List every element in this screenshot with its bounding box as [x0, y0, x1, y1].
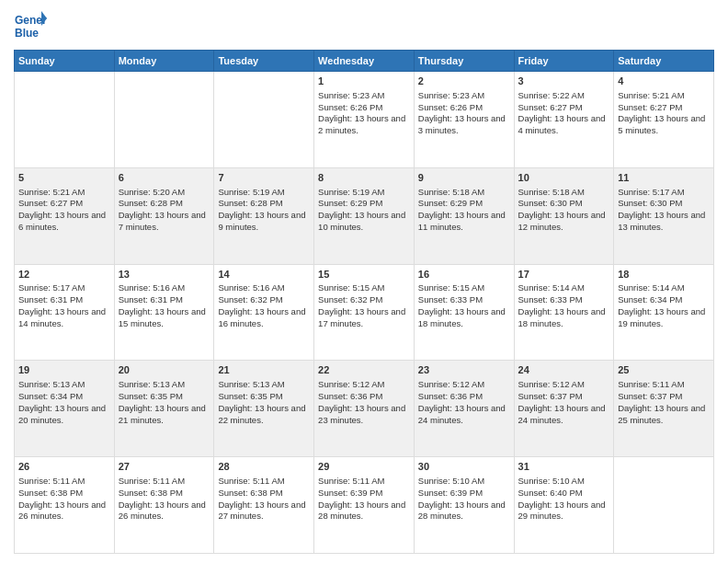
daylight: Daylight: 13 hours and 5 minutes.	[618, 113, 705, 135]
daylight: Daylight: 13 hours and 22 minutes.	[218, 403, 305, 425]
sunrise: Sunrise: 5:22 AM	[518, 90, 585, 100]
day-number: 6	[119, 171, 210, 185]
daylight: Daylight: 13 hours and 28 minutes.	[318, 500, 405, 522]
calendar-table: SundayMondayTuesdayWednesdayThursdayFrid…	[14, 50, 714, 554]
daylight: Daylight: 13 hours and 10 minutes.	[318, 210, 405, 232]
sunset: Sunset: 6:40 PM	[518, 488, 583, 498]
page: General Blue SundayMondayTuesdayWednesda…	[0, 0, 728, 563]
calendar-week-3: 12Sunrise: 5:17 AMSunset: 6:31 PMDayligh…	[15, 264, 714, 361]
daylight: Daylight: 13 hours and 17 minutes.	[318, 306, 405, 328]
calendar-cell: 20Sunrise: 5:13 AMSunset: 6:35 PMDayligh…	[114, 361, 214, 457]
calendar-cell: 7Sunrise: 5:19 AMSunset: 6:28 PMDaylight…	[214, 167, 314, 264]
sunset: Sunset: 6:26 PM	[318, 102, 382, 112]
day-number: 1	[318, 75, 410, 88]
sunset: Sunset: 6:33 PM	[518, 294, 583, 304]
calendar-cell: 23Sunrise: 5:12 AMSunset: 6:36 PMDayligh…	[414, 361, 514, 457]
day-number: 9	[418, 171, 510, 185]
sunrise: Sunrise: 5:14 AM	[518, 282, 585, 293]
sunrise: Sunrise: 5:11 AM	[218, 476, 284, 486]
sunset: Sunset: 6:39 PM	[418, 488, 483, 498]
sunrise: Sunrise: 5:19 AM	[318, 187, 384, 197]
sunrise: Sunrise: 5:13 AM	[218, 379, 284, 389]
daylight: Daylight: 13 hours and 19 minutes.	[618, 306, 705, 328]
calendar-cell: 1Sunrise: 5:23 AMSunset: 6:26 PMDaylight…	[314, 72, 415, 168]
sunrise: Sunrise: 5:12 AM	[518, 379, 585, 389]
day-number: 22	[318, 363, 410, 377]
daylight: Daylight: 13 hours and 9 minutes.	[218, 210, 305, 232]
calendar-cell: 12Sunrise: 5:17 AMSunset: 6:31 PMDayligh…	[15, 264, 115, 361]
sunset: Sunset: 6:38 PM	[18, 488, 83, 498]
day-number: 29	[318, 460, 410, 474]
calendar-cell: 6Sunrise: 5:20 AMSunset: 6:28 PMDaylight…	[114, 167, 214, 264]
day-number: 13	[119, 268, 210, 282]
day-number: 31	[518, 460, 610, 474]
day-number: 30	[418, 460, 510, 474]
sunrise: Sunrise: 5:23 AM	[318, 90, 384, 100]
sunrise: Sunrise: 5:13 AM	[119, 379, 185, 389]
day-number: 12	[18, 268, 110, 282]
sunset: Sunset: 6:29 PM	[418, 198, 483, 208]
sunrise: Sunrise: 5:15 AM	[318, 282, 384, 293]
daylight: Daylight: 13 hours and 28 minutes.	[418, 500, 506, 522]
calendar-cell	[15, 72, 115, 168]
daylight: Daylight: 13 hours and 16 minutes.	[218, 306, 305, 328]
calendar-cell: 26Sunrise: 5:11 AMSunset: 6:38 PMDayligh…	[15, 457, 115, 554]
day-number: 20	[119, 363, 210, 377]
logo-svg: General Blue	[14, 9, 47, 42]
sunrise: Sunrise: 5:18 AM	[518, 187, 585, 197]
daylight: Daylight: 13 hours and 25 minutes.	[618, 403, 705, 425]
daylight: Daylight: 13 hours and 2 minutes.	[318, 113, 405, 135]
sunrise: Sunrise: 5:11 AM	[318, 476, 384, 486]
sunset: Sunset: 6:30 PM	[618, 198, 682, 208]
calendar-cell: 4Sunrise: 5:21 AMSunset: 6:27 PMDaylight…	[614, 72, 714, 168]
calendar-cell: 17Sunrise: 5:14 AMSunset: 6:33 PMDayligh…	[514, 264, 614, 361]
day-number: 14	[218, 268, 310, 282]
calendar-cell: 15Sunrise: 5:15 AMSunset: 6:32 PMDayligh…	[314, 264, 415, 361]
sunrise: Sunrise: 5:16 AM	[119, 282, 185, 293]
sunset: Sunset: 6:29 PM	[318, 198, 382, 208]
sunrise: Sunrise: 5:20 AM	[119, 187, 185, 197]
svg-text:Blue: Blue	[15, 27, 39, 40]
calendar-cell	[614, 457, 714, 554]
calendar-cell: 18Sunrise: 5:14 AMSunset: 6:34 PMDayligh…	[614, 264, 714, 361]
day-number: 17	[518, 268, 610, 282]
daylight: Daylight: 13 hours and 14 minutes.	[18, 306, 106, 328]
sunset: Sunset: 6:32 PM	[318, 294, 382, 304]
sunset: Sunset: 6:32 PM	[218, 294, 282, 304]
sunrise: Sunrise: 5:11 AM	[119, 476, 185, 486]
sunrise: Sunrise: 5:19 AM	[218, 187, 284, 197]
sunset: Sunset: 6:39 PM	[318, 488, 382, 498]
calendar-week-5: 26Sunrise: 5:11 AMSunset: 6:38 PMDayligh…	[15, 457, 714, 554]
sunset: Sunset: 6:31 PM	[18, 294, 83, 304]
sunset: Sunset: 6:38 PM	[218, 488, 282, 498]
calendar-cell: 29Sunrise: 5:11 AMSunset: 6:39 PMDayligh…	[314, 457, 415, 554]
day-number: 10	[518, 171, 610, 185]
sunset: Sunset: 6:28 PM	[218, 198, 282, 208]
sunrise: Sunrise: 5:21 AM	[618, 90, 684, 100]
sunset: Sunset: 6:37 PM	[618, 391, 682, 401]
weekday-saturday: Saturday	[614, 51, 714, 72]
day-number: 19	[18, 363, 110, 377]
sunrise: Sunrise: 5:23 AM	[418, 90, 484, 100]
sunset: Sunset: 6:28 PM	[119, 198, 183, 208]
day-number: 27	[119, 460, 210, 474]
sunrise: Sunrise: 5:14 AM	[618, 282, 684, 293]
calendar-cell: 5Sunrise: 5:21 AMSunset: 6:27 PMDaylight…	[15, 167, 115, 264]
sunrise: Sunrise: 5:11 AM	[618, 379, 684, 389]
day-number: 28	[218, 460, 310, 474]
calendar-body: 1Sunrise: 5:23 AMSunset: 6:26 PMDaylight…	[15, 72, 714, 554]
daylight: Daylight: 13 hours and 7 minutes.	[119, 210, 206, 232]
sunset: Sunset: 6:31 PM	[119, 294, 183, 304]
day-number: 23	[418, 363, 510, 377]
calendar-cell: 31Sunrise: 5:10 AMSunset: 6:40 PMDayligh…	[514, 457, 614, 554]
sunrise: Sunrise: 5:10 AM	[418, 476, 484, 486]
day-number: 24	[518, 363, 610, 377]
day-number: 11	[618, 171, 710, 185]
daylight: Daylight: 13 hours and 27 minutes.	[218, 500, 305, 522]
weekday-friday: Friday	[514, 51, 614, 72]
daylight: Daylight: 13 hours and 23 minutes.	[318, 403, 405, 425]
day-number: 8	[318, 171, 410, 185]
sunrise: Sunrise: 5:16 AM	[218, 282, 284, 293]
weekday-wednesday: Wednesday	[314, 51, 415, 72]
sunset: Sunset: 6:36 PM	[318, 391, 382, 401]
